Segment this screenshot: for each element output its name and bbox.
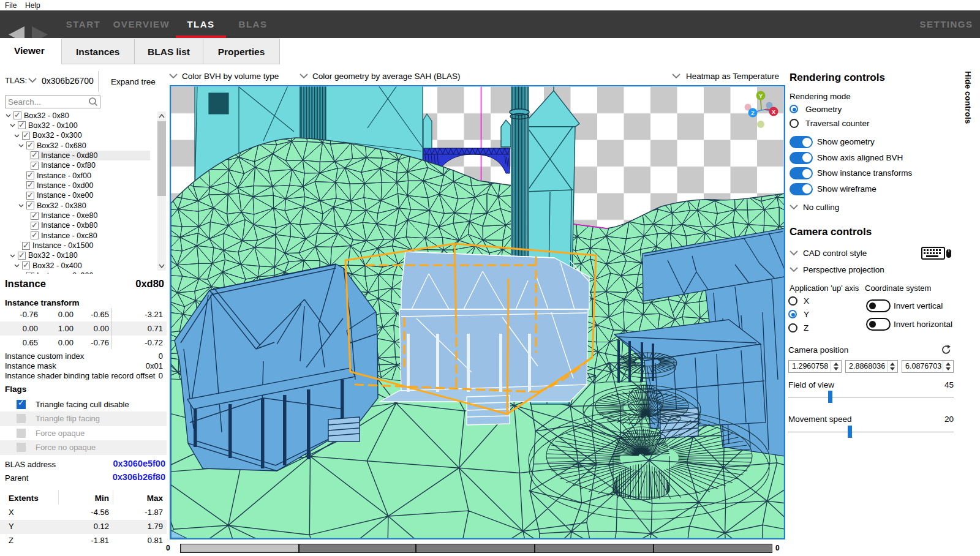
svg-text:Z: Z: [751, 110, 755, 116]
svg-text:Y: Y: [759, 93, 763, 99]
svg-text:X: X: [772, 109, 775, 115]
